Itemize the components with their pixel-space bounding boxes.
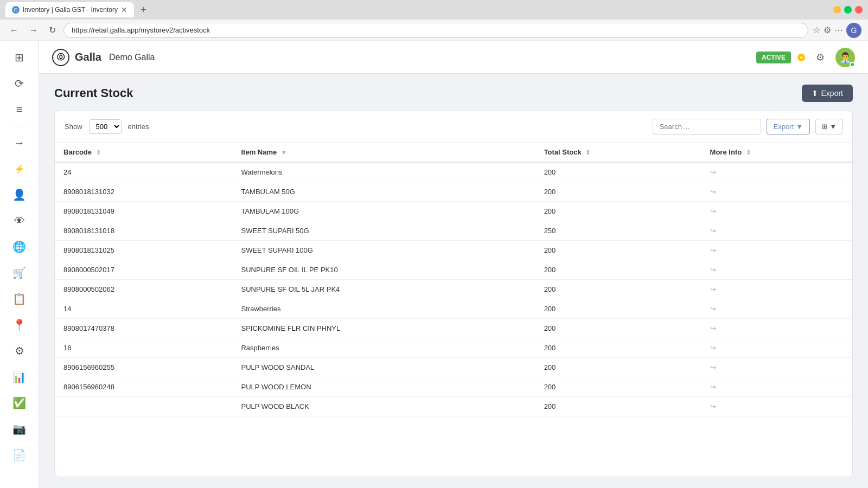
cart-icon: 🛒 (12, 266, 26, 279)
total-stock-cell: 200 (535, 358, 701, 377)
notification-dot[interactable]: ● (797, 54, 805, 61)
more-info-cell[interactable]: ↪ (701, 280, 852, 299)
total-stock-cell: 200 (535, 162, 701, 182)
barcode-cell: 16 (55, 338, 232, 358)
item-name-cell: PULP WOOD LEMON (232, 377, 535, 397)
more-info-cell[interactable]: ↪ (701, 338, 852, 358)
col-item-name[interactable]: Item Name ▼ (232, 143, 535, 162)
new-tab-button[interactable]: + (138, 4, 149, 16)
url-text: https://retail.galla.app/mystorev2/activ… (72, 26, 210, 34)
menu-icon: ≡ (16, 104, 23, 116)
sidebar-item-tasks[interactable]: ✅ (8, 391, 31, 415)
report-icon: 📊 (12, 370, 26, 383)
more-info-cell[interactable]: ↪ (701, 162, 852, 182)
total-stock-cell: 200 (535, 260, 701, 280)
more-info-cell[interactable]: ↪ (701, 182, 852, 202)
item-name-cell: PULP WOOD SANDAL (232, 358, 535, 377)
more-info-cell[interactable]: ↪ (701, 299, 852, 319)
sidebar-item-location[interactable]: 📍 (8, 313, 31, 337)
grid-view-button[interactable]: ⊞ ▼ (815, 119, 843, 134)
avatar[interactable]: 👨‍💼 (835, 48, 855, 67)
arrow-right-icon: → (14, 137, 25, 149)
dashboard-icon: ⊞ (15, 51, 24, 64)
sidebar-item-camera[interactable]: 📷 (8, 417, 31, 441)
sidebar: ⊞ ⟳ ≡ → ⚡ 👤 👁 🌐 🛒 📋 📍 ⚙ 📊 ✅ 📷 📄 (0, 41, 39, 488)
more-info-cell[interactable]: ↪ (701, 260, 852, 280)
item-name-cell: Strawberries (232, 299, 535, 319)
barcode-cell (55, 397, 232, 416)
sidebar-item-globe[interactable]: 🌐 (8, 235, 31, 259)
sidebar-item-sync[interactable]: ⟳ (8, 72, 31, 95)
col-total-stock[interactable]: Total Stock ⇕ (535, 143, 701, 162)
table-row: PULP WOOD BLACK 200 ↪ (55, 397, 852, 416)
page-header: Current Stock ⬆ Export (54, 85, 853, 102)
extensions-icon[interactable]: ⚙ (824, 25, 831, 35)
sidebar-item-report[interactable]: 📊 (8, 365, 31, 389)
sidebar-item-cart[interactable]: 🛒 (8, 261, 31, 285)
more-info-cell[interactable]: ↪ (701, 397, 852, 416)
sidebar-item-clipboard[interactable]: 📋 (8, 287, 31, 311)
back-button[interactable]: ← (7, 24, 22, 36)
close-button[interactable] (855, 6, 863, 14)
table-row: 24 Watermelons 200 ↪ (55, 162, 852, 182)
more-info-cell[interactable]: ↪ (701, 358, 852, 377)
export-dropdown-button[interactable]: Export ▼ (767, 119, 810, 134)
sidebar-item-document[interactable]: 📄 (8, 443, 31, 467)
toolbar-right: Export ▼ ⊞ ▼ (653, 119, 843, 134)
item-name-cell: SPICKOMINE FLR CIN PHNYL (232, 319, 535, 338)
more-icon[interactable]: ⋯ (834, 25, 843, 35)
item-name-cell: SWEET SUPARI 100G (232, 241, 535, 260)
more-info-cell[interactable]: ↪ (701, 377, 852, 397)
more-info-cell[interactable]: ↪ (701, 221, 852, 241)
sidebar-item-user[interactable]: 👤 (8, 183, 31, 207)
sidebar-item-activity[interactable]: ⚡ (8, 157, 31, 181)
item-name-cell: Raspberries (232, 338, 535, 358)
barcode-cell: 8908018131049 (55, 202, 232, 221)
item-name-cell: SWEET SUPARI 50G (232, 221, 535, 241)
top-header: ⓪ Galla Demo Galla ACTIVE ● ⚙ 👨‍💼 (39, 41, 868, 74)
barcode-cell: 8908000502062 (55, 280, 232, 299)
minimize-button[interactable] (833, 6, 841, 14)
page-body: Current Stock ⬆ Export Show 10 25 50 100… (39, 74, 868, 488)
sidebar-item-menu[interactable]: ≡ (8, 98, 31, 121)
settings-button[interactable]: ⚙ (812, 49, 829, 66)
tab-close-icon[interactable]: ✕ (121, 5, 127, 14)
sidebar-item-settings[interactable]: ⚙ (8, 339, 31, 363)
total-stock-cell: 200 (535, 182, 701, 202)
entries-select[interactable]: 10 25 50 100 500 (89, 119, 122, 134)
table-row: 8908000502062 SUNPURE SF OIL 5L JAR PK4 … (55, 280, 852, 299)
export-top-button[interactable]: ⬆ Export (802, 85, 853, 102)
galla-logo-icon: ⓪ (52, 49, 69, 66)
sidebar-item-dashboard[interactable]: ⊞ (8, 46, 31, 69)
col-more-info[interactable]: More Info ⇕ (701, 143, 852, 162)
maximize-button[interactable] (844, 6, 852, 14)
profile-icon[interactable]: G (846, 23, 861, 38)
total-stock-cell: 200 (535, 241, 701, 260)
more-info-cell[interactable]: ↪ (701, 319, 852, 338)
entries-label: entries (128, 123, 149, 131)
itemname-sort-icon: ▼ (281, 149, 287, 156)
user-icon: 👤 (12, 188, 26, 201)
more-info-cell[interactable]: ↪ (701, 241, 852, 260)
barcode-cell: 8908018131025 (55, 241, 232, 260)
barcode-cell: 8906156960255 (55, 358, 232, 377)
active-tab[interactable]: G Inventory | Galla GST - Inventory ✕ (5, 2, 134, 17)
barcode-cell: 24 (55, 162, 232, 182)
document-icon: 📄 (12, 448, 26, 461)
item-name-cell: SUNPURE SF OIL IL PE PK10 (232, 260, 535, 280)
search-input[interactable] (653, 119, 761, 134)
page-title: Current Stock (54, 86, 133, 100)
forward-button[interactable]: → (26, 24, 41, 36)
more-info-cell[interactable]: ↪ (701, 202, 852, 221)
barcode-cell: 8906156960248 (55, 377, 232, 397)
col-barcode[interactable]: Barcode ⇕ (55, 143, 232, 162)
logo-area: ⓪ Galla Demo Galla (52, 49, 155, 66)
sync-icon: ⟳ (15, 77, 24, 90)
item-name-cell: Watermelons (232, 162, 535, 182)
url-bar[interactable]: https://retail.galla.app/mystorev2/activ… (63, 23, 808, 38)
refresh-button[interactable]: ↻ (46, 24, 59, 36)
sidebar-item-view[interactable]: 👁 (8, 209, 31, 233)
export-dropdown-arrow: ▼ (796, 123, 803, 131)
star-icon[interactable]: ☆ (813, 25, 820, 35)
sidebar-item-forward[interactable]: → (8, 131, 31, 155)
